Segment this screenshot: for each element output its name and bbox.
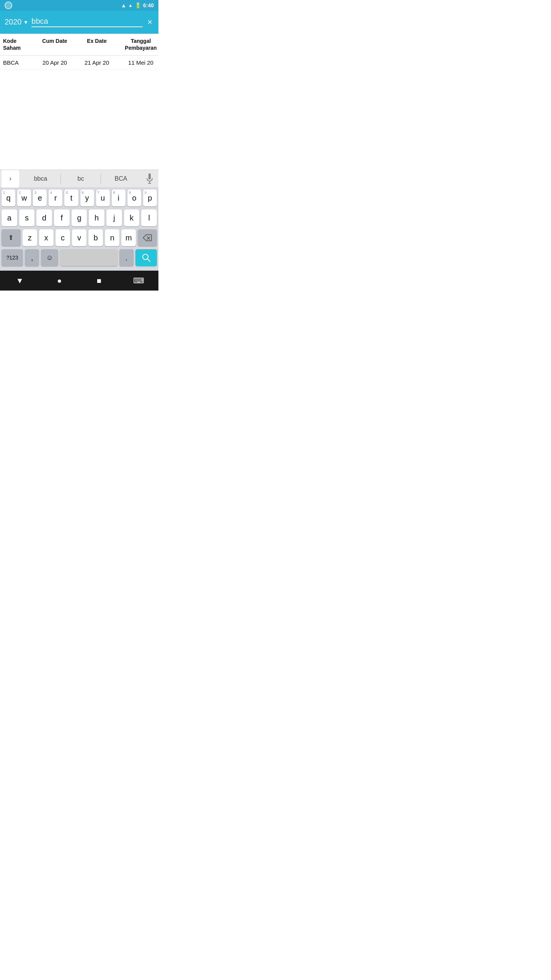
- battery-icon: 🔋: [135, 2, 141, 8]
- key-w[interactable]: 2w: [17, 189, 31, 206]
- key-row-3: ⬆ z x c v b n m: [2, 229, 157, 246]
- key-m[interactable]: m: [121, 229, 136, 246]
- key-s[interactable]: s: [19, 209, 35, 226]
- year-selector[interactable]: 2020 ▼: [5, 18, 28, 26]
- backspace-key[interactable]: [138, 229, 157, 246]
- suggestion-bca[interactable]: BCA: [101, 174, 141, 184]
- table-row: BBCA 20 Apr 20 21 Apr 20 11 Mei 20 455: [0, 56, 158, 70]
- expand-button[interactable]: ›: [2, 170, 19, 188]
- suggestions-bar: › bbca bc BCA: [0, 170, 158, 187]
- header-tanggal: TanggalPembayaran: [118, 38, 158, 51]
- key-u[interactable]: 7u: [96, 189, 110, 206]
- keyboard-button[interactable]: ⌨: [129, 271, 148, 290]
- data-table: KodeSaham Cum Date Ex Date TanggalPembay…: [0, 34, 158, 70]
- key-r[interactable]: 4r: [49, 189, 62, 206]
- space-key[interactable]: [60, 249, 117, 266]
- cell-tanggal: 11 Mei 20: [118, 59, 158, 66]
- comma-key[interactable]: ,: [25, 249, 39, 266]
- key-a[interactable]: a: [2, 209, 17, 226]
- status-bar: ▲ ▲ 🔋 6:40: [0, 0, 158, 11]
- key-z[interactable]: z: [23, 229, 37, 246]
- shift-key[interactable]: ⬆: [2, 229, 21, 246]
- suggestion-bbca[interactable]: bbca: [21, 174, 61, 184]
- cell-exdate: 21 Apr 20: [76, 59, 118, 66]
- key-t[interactable]: 5t: [64, 189, 78, 206]
- header-kode: KodeSaham: [3, 38, 34, 51]
- key-k[interactable]: k: [124, 209, 140, 226]
- svg-line-6: [147, 259, 150, 261]
- wifi-icon: ▲: [121, 2, 126, 8]
- key-x[interactable]: x: [39, 229, 54, 246]
- year-display: 2020: [5, 18, 22, 26]
- key-y[interactable]: 6y: [80, 189, 94, 206]
- key-row-2: a s d f g h j k l: [2, 209, 157, 226]
- key-row-4: ?123 , ☺ .: [2, 249, 157, 266]
- keyboard-rows: 1q 2w 3e 4r 5t 6y 7u 8i 9o 0p a s d f g …: [0, 187, 158, 271]
- key-i[interactable]: 8i: [112, 189, 126, 206]
- key-e[interactable]: 3e: [33, 189, 47, 206]
- status-time: 6:40: [143, 2, 154, 8]
- header-exdate: Ex Date: [76, 38, 118, 51]
- top-bar: 2020 ▼ ×: [0, 11, 158, 34]
- clear-button[interactable]: ×: [146, 16, 154, 29]
- key-n[interactable]: n: [105, 229, 119, 246]
- key-row-1: 1q 2w 3e 4r 5t 6y 7u 8i 9o 0p: [2, 189, 157, 206]
- key-o[interactable]: 9o: [127, 189, 141, 206]
- header-cumdate: Cum Date: [34, 38, 76, 51]
- key-l[interactable]: l: [141, 209, 157, 226]
- dropdown-arrow-icon: ▼: [23, 19, 29, 25]
- key-j[interactable]: j: [106, 209, 122, 226]
- key-d[interactable]: d: [36, 209, 52, 226]
- key-g[interactable]: g: [72, 209, 87, 226]
- key-q[interactable]: 1q: [2, 189, 15, 206]
- key-b[interactable]: b: [88, 229, 103, 246]
- back-button[interactable]: ▼: [10, 271, 29, 290]
- app-icon: [5, 2, 12, 9]
- search-input[interactable]: [31, 17, 143, 26]
- keyboard: › bbca bc BCA 1q 2w 3e 4r 5t 6y 7u 8i: [0, 170, 158, 271]
- mic-button[interactable]: [141, 170, 158, 188]
- cell-cumdate: 20 Apr 20: [34, 59, 76, 66]
- suggestion-items: bbca bc BCA: [21, 174, 141, 184]
- table-header: KodeSaham Cum Date Ex Date TanggalPembay…: [0, 34, 158, 56]
- cell-kode: BBCA: [3, 59, 34, 66]
- suggestion-bc[interactable]: bc: [61, 174, 101, 184]
- period-key[interactable]: .: [119, 249, 134, 266]
- key-p[interactable]: 0p: [143, 189, 157, 206]
- emoji-key[interactable]: ☺: [41, 249, 58, 266]
- recent-button[interactable]: ■: [90, 271, 109, 290]
- key-f[interactable]: f: [54, 209, 70, 226]
- num-sym-key[interactable]: ?123: [2, 249, 23, 266]
- key-h[interactable]: h: [89, 209, 104, 226]
- home-button[interactable]: ●: [50, 271, 69, 290]
- key-c[interactable]: c: [55, 229, 70, 246]
- search-key[interactable]: [135, 249, 157, 266]
- content-area: [0, 70, 158, 170]
- key-v[interactable]: v: [72, 229, 86, 246]
- svg-rect-0: [148, 173, 151, 180]
- bottom-nav: ▼ ● ■ ⌨: [0, 271, 158, 291]
- signal-icon: ▲: [128, 3, 133, 8]
- search-wrapper: [31, 17, 143, 27]
- status-icons: ▲ ▲ 🔋 6:40: [121, 2, 154, 8]
